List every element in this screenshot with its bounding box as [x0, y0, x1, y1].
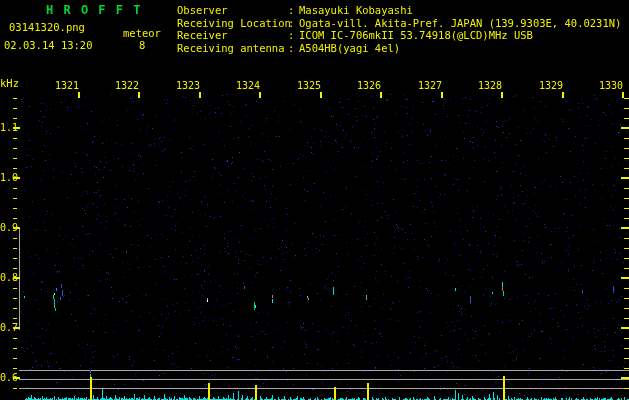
x-axis-tick-label: 1321	[55, 80, 79, 91]
station-info-row: Receiving Location:Ogata-vill. Akita-Pre…	[177, 17, 621, 30]
station-info-row: Receiver:ICOM IC-706mkII 53.74918(@LCD)M…	[177, 29, 621, 42]
info-colon: :	[288, 17, 299, 30]
station-info-block: Observer:Masayuki KobayashiReceiving Loc…	[177, 4, 621, 54]
info-value: Masayuki Kobayashi	[299, 4, 413, 17]
x-axis-tick-label: 1323	[176, 80, 200, 91]
info-colon: :	[288, 4, 299, 17]
y-axis-tick-label: 1.1	[0, 122, 18, 133]
x-axis-tick-label: 1324	[236, 80, 260, 91]
y-axis-tick-label: 0.6	[0, 372, 18, 383]
info-value: ICOM IC-706mkII 53.74918(@LCD)MHz USB	[299, 29, 533, 42]
info-value: Ogata-vill. Akita-Pref. JAPAN (139.9303E…	[299, 17, 621, 30]
info-label: Receiver	[177, 29, 288, 42]
y-axis-tick-label: 0.9	[0, 222, 18, 233]
x-axis-tick-label: 1328	[478, 80, 502, 91]
station-info-row: Receiving antenna:A504HB(yagi 4el)	[177, 42, 621, 55]
x-axis-tick-label: 1330	[599, 80, 623, 91]
observation-mode: meteor	[123, 27, 161, 39]
x-axis-tick-label: 1322	[115, 80, 139, 91]
datetime-label: 02.03.14 13:20	[4, 39, 93, 51]
spectrogram-canvas	[0, 0, 629, 400]
y-axis-tick-label: 1.0	[0, 172, 18, 183]
info-colon: :	[288, 29, 299, 42]
output-filename: 03141320.png	[9, 21, 85, 33]
x-axis-tick-label: 1327	[418, 80, 442, 91]
x-axis-tick-label: 1326	[357, 80, 381, 91]
echo-count: 8	[139, 39, 145, 51]
app-title: H R O F F T	[46, 3, 142, 17]
info-value: A504HB(yagi 4el)	[299, 42, 400, 55]
info-label: Receiving Location	[177, 17, 288, 30]
station-info-row: Observer:Masayuki Kobayashi	[177, 4, 621, 17]
y-axis-tick-label: 0.7	[0, 322, 18, 333]
y-axis-tick-label: 0.8	[0, 272, 18, 283]
info-colon: :	[288, 42, 299, 55]
info-label: Receiving antenna	[177, 42, 288, 55]
y-axis-unit-label: kHz	[0, 77, 19, 89]
x-axis-tick-label: 1329	[539, 80, 563, 91]
x-axis-tick-label: 1325	[297, 80, 321, 91]
hrofft-screen: H R O F F T 03141320.png meteor 02.03.14…	[0, 0, 629, 400]
info-label: Observer	[177, 4, 288, 17]
